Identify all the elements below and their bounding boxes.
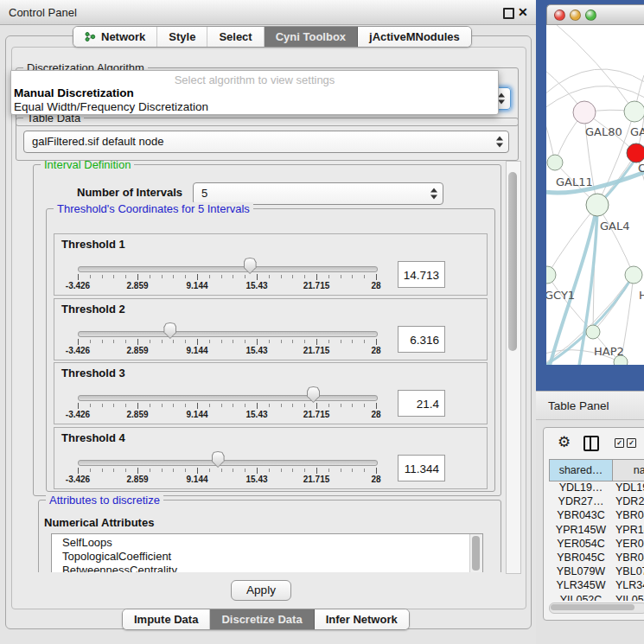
screen: Control Panel ✕ NetworkStyleSelectCyni T… — [0, 0, 644, 644]
tab-style[interactable]: Style — [157, 27, 207, 47]
dropdown-placeholder-option[interactable]: Select algorithm to view settings — [11, 73, 498, 86]
numerical-attributes-list[interactable]: SelfLoopsTopologicalCoefficientBetweenne… — [51, 533, 483, 572]
apply-button[interactable]: Apply — [231, 580, 291, 601]
tab-label: Cyni Toolbox — [276, 30, 346, 43]
major-tick — [316, 403, 317, 409]
major-tick — [376, 403, 377, 409]
network-node[interactable] — [625, 266, 642, 284]
tab-label: Infer Network — [326, 613, 398, 626]
major-tick — [376, 339, 377, 345]
table-data-combobox[interactable]: galFiltered.sif default node — [23, 131, 509, 153]
table-row[interactable]: YER054CYER054C — [549, 538, 644, 552]
threshold-value-field[interactable]: 11.344 — [398, 455, 445, 481]
checkbox-icon[interactable]: ✓ — [615, 438, 624, 448]
node-label: H — [639, 289, 644, 302]
threshold-panel-3: Threshold 3-3.4262.8599.14415.4321.71528… — [54, 362, 488, 424]
gear-icon[interactable]: ⚙ — [558, 433, 571, 450]
network-node[interactable] — [586, 325, 600, 339]
attributes-group: Attributes to discretize Numerical Attri… — [38, 500, 501, 572]
table-scrollbar-thumb[interactable] — [551, 604, 634, 610]
list-scrollbar[interactable] — [469, 534, 482, 572]
tab-label: Style — [169, 30, 195, 43]
table-row[interactable]: YBR045CYBR045C — [549, 552, 644, 565]
table-row[interactable]: YDR27…YDR27 — [549, 495, 644, 509]
tab-cyni-toolbox[interactable]: Cyni Toolbox — [265, 27, 358, 47]
table-header-row: shared…name — [549, 459, 644, 481]
tab-impute-data[interactable]: Impute Data — [123, 609, 210, 629]
table-row[interactable]: YBR043CYBR043C — [549, 509, 644, 523]
minimize-traffic-light-icon[interactable] — [570, 10, 581, 21]
node-label: GAL80 — [585, 125, 622, 138]
tab-discretize-data[interactable]: Discretize Data — [210, 609, 314, 629]
threshold-value-field[interactable]: 14.713 — [398, 261, 445, 288]
checkbox-icon[interactable]: ✓ — [627, 438, 636, 448]
threshold-value-field[interactable]: 6.316 — [398, 326, 445, 353]
network-node[interactable] — [547, 155, 563, 170]
threshold-panel-4: Threshold 4-3.4262.8599.14415.4321.71528… — [54, 427, 488, 489]
list-scrollbar-thumb[interactable] — [472, 536, 480, 571]
column-header-name[interactable]: name — [613, 459, 644, 481]
table-row[interactable]: YIL052CYIL052C — [549, 594, 644, 602]
tick-label: 21.715 — [303, 410, 330, 419]
column-header-shared-[interactable]: shared… — [549, 459, 613, 481]
threshold-label: Threshold 2 — [61, 303, 125, 316]
zoom-traffic-light-icon[interactable] — [585, 10, 596, 21]
major-tick — [197, 468, 198, 474]
network-node[interactable] — [546, 266, 556, 284]
threshold-slider-track[interactable] — [78, 266, 378, 272]
network-node[interactable] — [586, 194, 609, 216]
list-item[interactable]: TopologicalCoefficient — [52, 550, 482, 564]
table-row[interactable]: YBL079WYBL079W — [549, 565, 644, 579]
thresholds-legend: Threshold's Coordinates for 5 Intervals — [54, 202, 253, 215]
tab-jactivemnodules[interactable]: jActiveMNodules — [358, 27, 471, 47]
major-tick — [137, 468, 138, 474]
cell-shared-name: YER054C — [549, 538, 613, 552]
table-browser-panel: ⚙ ✓ ✓ shared…name YDL19…YDL19YDR27…YDR27… — [543, 427, 644, 621]
panel-scrollbar[interactable] — [506, 161, 521, 574]
dropdown-option-manual-discretization[interactable]: Manual Discretization — [14, 86, 134, 99]
tab-label: jActiveMNodules — [369, 30, 460, 43]
node-label: GAL11 — [556, 175, 593, 188]
tab-select[interactable]: Select — [207, 27, 264, 47]
table-panel-title: Table Panel — [548, 399, 609, 412]
tab-network[interactable]: Network — [73, 27, 157, 47]
threshold-slider-track[interactable] — [78, 395, 378, 401]
cell-name: YER054C — [613, 538, 644, 552]
tick-label: -3.426 — [66, 475, 90, 484]
cell-name: YBR045C — [613, 552, 644, 565]
network-window-titlebar[interactable] — [546, 4, 644, 25]
major-tick — [316, 468, 317, 474]
float-window-icon[interactable] — [503, 8, 514, 19]
network-node[interactable] — [627, 143, 644, 163]
dropdown-option-equal-width-frequency[interactable]: Equal Width/Frequency Discretization — [14, 100, 208, 113]
cell-shared-name: YPR145W — [549, 524, 613, 538]
major-tick — [78, 403, 79, 409]
split-pane-icon[interactable] — [583, 436, 599, 451]
node-label: HAP2 — [594, 345, 624, 358]
major-tick — [78, 274, 79, 280]
network-node[interactable] — [624, 101, 644, 122]
table-horizontal-scrollbar[interactable] — [549, 603, 644, 614]
control-panel-window: Control Panel ✕ NetworkStyleSelectCyni T… — [0, 0, 536, 644]
tick-label: 2.859 — [126, 281, 148, 290]
table-row[interactable]: YLR345WYLR345W — [549, 579, 644, 593]
tab-label: Impute Data — [134, 613, 198, 626]
network-canvas[interactable]: GAL80GACGAL11GAL4GCY1HHAP2 — [546, 25, 644, 365]
list-item[interactable]: SelfLoops — [52, 534, 482, 550]
cell-shared-name: YBL079W — [549, 565, 613, 579]
interval-definition-legend: Interval Definition — [41, 161, 134, 171]
threshold-slider-track[interactable] — [78, 331, 378, 337]
bottom-tab-bar: Impute DataDiscretize DataInfer Network — [122, 609, 410, 630]
table-row[interactable]: YPR145WYPR145W — [549, 524, 644, 538]
tick-label: 28 — [371, 281, 380, 290]
table-row[interactable]: YDL19…YDL19 — [549, 481, 644, 495]
list-item[interactable]: BetweennessCentrality — [52, 564, 482, 572]
threshold-slider-track[interactable] — [78, 460, 378, 466]
panel-scrollbar-thumb[interactable] — [508, 172, 517, 351]
tick-label: 15.43 — [245, 281, 267, 290]
network-node[interactable] — [573, 101, 596, 124]
threshold-value-field[interactable]: 21.4 — [398, 390, 445, 417]
tab-infer-network[interactable]: Infer Network — [315, 609, 409, 629]
close-icon[interactable]: ✕ — [518, 5, 528, 19]
close-traffic-light-icon[interactable] — [554, 10, 565, 21]
